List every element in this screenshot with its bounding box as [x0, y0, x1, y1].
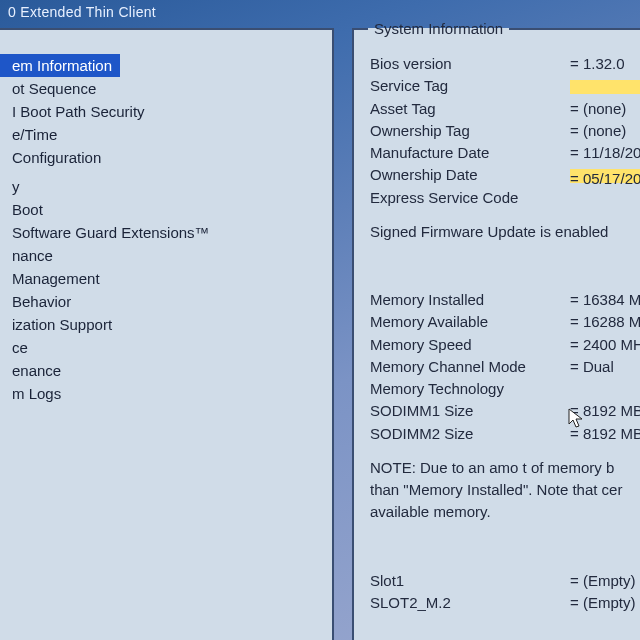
nav-item-secure-boot[interactable]: Boot	[0, 198, 332, 221]
label-bios-version: Bios version	[370, 54, 570, 74]
value-bios-version: = 1.32.0	[570, 54, 625, 74]
label-memory-technology: Memory Technology	[370, 379, 570, 399]
label-ownership-date: Ownership Date	[370, 165, 570, 185]
label-memory-installed: Memory Installed	[370, 290, 570, 310]
pane-legend: System Information	[368, 20, 509, 37]
nav-item-uefi-boot-path-security[interactable]: I Boot Path Security	[0, 100, 332, 123]
memory-note-line2: than "Memory Installed". Note that cer	[370, 480, 640, 500]
settings-nav: em Information ot Sequence I Boot Path S…	[0, 30, 332, 405]
row-memory-channel: Memory Channel Mode = Dual	[370, 357, 640, 377]
row-express-service-code: Express Service Code	[370, 188, 640, 208]
info-body: Bios version = 1.32.0 Service Tag Asset …	[354, 30, 640, 640]
nav-item-system-configuration[interactable]: Configuration	[0, 146, 332, 169]
label-slot2: SLOT2_M.2	[370, 593, 570, 613]
label-sodimm2: SODIMM2 Size	[370, 424, 570, 444]
label-ownership-tag: Ownership Tag	[370, 121, 570, 141]
nav-item-maintenance[interactable]: enance	[0, 359, 332, 382]
row-memory-installed: Memory Installed = 16384 M	[370, 290, 640, 310]
nav-item-post-behavior[interactable]: Behavior	[0, 290, 332, 313]
row-asset-tag: Asset Tag = (none)	[370, 99, 640, 119]
value-memory-available: = 16288 M	[570, 312, 640, 332]
label-asset-tag: Asset Tag	[370, 99, 570, 119]
value-sodimm2: = 8192 MB	[570, 424, 640, 444]
signed-firmware-text: Signed Firmware Update is enabled	[370, 222, 640, 242]
row-slot2: SLOT2_M.2 = (Empty)	[370, 593, 640, 613]
row-sodimm2: SODIMM2 Size = 8192 MB	[370, 424, 640, 444]
row-memory-speed: Memory Speed = 2400 MH	[370, 335, 640, 355]
label-slot1: Slot1	[370, 571, 570, 591]
nav-item-date-time[interactable]: e/Time	[0, 123, 332, 146]
system-information-pane: System Information Bios version = 1.32.0…	[352, 28, 640, 640]
row-ownership-tag: Ownership Tag = (none)	[370, 121, 640, 141]
row-ownership-date: Ownership Date = 05/17/20	[370, 165, 640, 185]
label-express-service-code: Express Service Code	[370, 188, 570, 208]
row-bios-version: Bios version = 1.32.0	[370, 54, 640, 74]
row-sodimm1: SODIMM1 Size = 8192 MB	[370, 401, 640, 421]
nav-item-performance[interactable]: nance	[0, 244, 332, 267]
nav-item-power-management[interactable]: Management	[0, 267, 332, 290]
bios-panes: em Information ot Sequence I Boot Path S…	[0, 28, 640, 640]
nav-item-system-information[interactable]: em Information	[0, 54, 120, 77]
memory-note-line1: NOTE: Due to an amo t of memory b	[370, 458, 640, 478]
value-asset-tag: = (none)	[570, 99, 626, 119]
row-memory-available: Memory Available = 16288 M	[370, 312, 640, 332]
label-memory-channel: Memory Channel Mode	[370, 357, 570, 377]
value-service-tag	[570, 76, 640, 96]
memory-note-line3: available memory.	[370, 502, 640, 522]
nav-item-sgx[interactable]: Software Guard Extensions™	[0, 221, 332, 244]
value-sodimm1: = 8192 MB	[570, 401, 640, 421]
nav-item-system-logs[interactable]: m Logs	[0, 382, 332, 405]
value-slot2: = (Empty)	[570, 593, 635, 613]
redaction-highlight: = 05/17/20	[570, 169, 640, 183]
value-ownership-date: = 05/17/20	[570, 165, 640, 185]
label-sodimm1: SODIMM1 Size	[370, 401, 570, 421]
nav-item-boot-sequence[interactable]: ot Sequence	[0, 77, 332, 100]
label-manufacture-date: Manufacture Date	[370, 143, 570, 163]
settings-tree-pane: em Information ot Sequence I Boot Path S…	[0, 28, 334, 640]
row-service-tag: Service Tag	[370, 76, 640, 96]
value-manufacture-date: = 11/18/20	[570, 143, 640, 163]
nav-item-virtualization-support[interactable]: ization Support	[0, 313, 332, 336]
value-slot1: = (Empty)	[570, 571, 635, 591]
value-ownership-tag: = (none)	[570, 121, 626, 141]
value-memory-installed: = 16384 M	[570, 290, 640, 310]
row-memory-technology: Memory Technology	[370, 379, 640, 399]
nav-item-wireless[interactable]: ce	[0, 336, 332, 359]
row-manufacture-date: Manufacture Date = 11/18/20	[370, 143, 640, 163]
label-memory-speed: Memory Speed	[370, 335, 570, 355]
nav-item-security[interactable]: y	[0, 175, 332, 198]
row-slot1: Slot1 = (Empty)	[370, 571, 640, 591]
redaction-highlight	[570, 80, 640, 94]
window-title: 0 Extended Thin Client	[0, 0, 640, 28]
value-memory-channel: = Dual	[570, 357, 614, 377]
value-memory-speed: = 2400 MH	[570, 335, 640, 355]
label-service-tag: Service Tag	[370, 76, 570, 96]
label-memory-available: Memory Available	[370, 312, 570, 332]
